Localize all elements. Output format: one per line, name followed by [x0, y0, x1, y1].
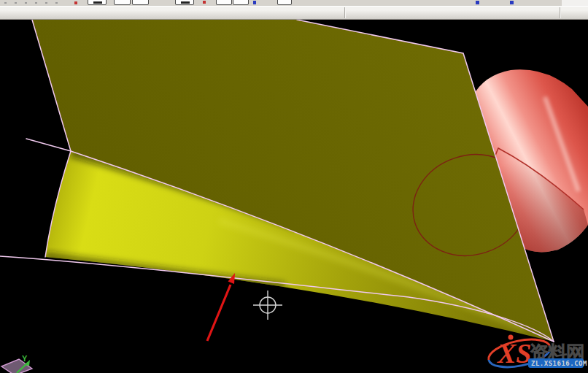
watermark: XS 资料网 ZL.XS1616.COM [481, 327, 588, 373]
toolbar-blue-glyph [510, 1, 514, 4]
toolbar-glyph [25, 2, 27, 4]
toolbar-button[interactable] [132, 0, 149, 5]
y-axis-label: Y [22, 354, 28, 363]
toolbar-red-glyph [203, 1, 206, 4]
toolbar-glyph [93, 1, 102, 4]
toolbar-button[interactable] [233, 0, 249, 5]
toolbar-glyph [4, 2, 7, 4]
toolbar-button[interactable] [277, 0, 292, 5]
toolbar-divider [560, 7, 561, 18]
toolbar-red-glyph [74, 1, 77, 4]
toolbar-blue-glyph [476, 1, 479, 4]
toolbar-right-gap [562, 0, 588, 6]
toolbar-panel-bar [0, 6, 588, 20]
toolbar-glyph [55, 2, 58, 4]
watermark-site-url: ZL.XS1616.COM [531, 360, 587, 367]
toolbar-button[interactable] [88, 0, 107, 5]
cad-application-window: Y XS 资料网 ZL.XS1616.COM [0, 0, 588, 373]
toolbar-blue-glyph [253, 1, 256, 4]
toolbar-glyph [181, 1, 190, 4]
toolbar-glyph [35, 2, 37, 4]
viewport-3d[interactable]: Y [0, 0, 588, 373]
toolbar-divider [344, 7, 346, 18]
toolbar-button[interactable] [114, 0, 131, 5]
toolbar-icons-row [0, 0, 588, 6]
watermark-logo-text: XS [497, 338, 531, 369]
toolbar-button[interactable] [216, 0, 232, 5]
toolbar-glyph [15, 2, 17, 4]
toolbar-glyph [45, 2, 47, 4]
toolbar-button[interactable] [175, 0, 194, 5]
